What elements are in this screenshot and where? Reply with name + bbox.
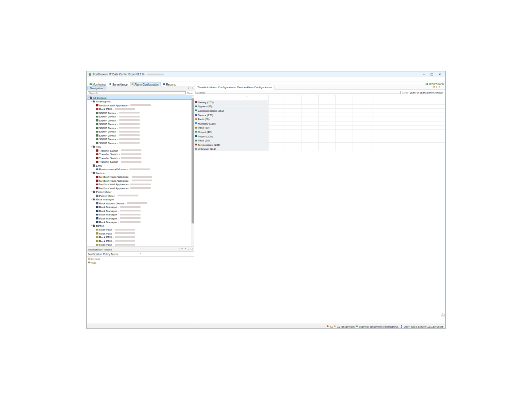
alarm-clear-button[interactable]: Clear <box>402 91 408 94</box>
alarm-category-row[interactable]: Temperature (265) <box>194 143 445 147</box>
device-tree-row[interactable]: − Power Meter <box>87 190 194 194</box>
device-label: Rack PDU - <box>99 239 114 243</box>
view-menu-icon[interactable]: ▾ <box>436 86 437 88</box>
device-label: Rack Access Device - <box>99 202 126 205</box>
maximize-view-icon[interactable]: ▢ <box>191 247 193 250</box>
device-tree-row[interactable]: − NetBotz Wall Appliance - <box>87 186 194 190</box>
alarm-category-row[interactable]: Unknown (112) <box>194 147 445 152</box>
device-tree-row[interactable]: − NetBotz Rack Appliance - <box>87 179 194 183</box>
device-tree-row[interactable]: − Rack manager <box>87 198 194 202</box>
filter-active-icon[interactable] <box>433 86 435 88</box>
device-tree-row[interactable]: − RPDU <box>87 224 194 228</box>
notification-policy-row[interactable]: Default <box>87 257 194 261</box>
tab-navigation[interactable]: Navigation <box>87 86 106 90</box>
delete-policy-icon[interactable]: ✕ <box>184 247 187 250</box>
redacted-ip-address <box>119 131 140 133</box>
device-tree-row[interactable]: − Rack PDU - <box>87 235 194 239</box>
column-header[interactable] <box>319 95 336 100</box>
device-tree-row[interactable]: − Transfer Switch - <box>87 153 194 156</box>
device-tree-row[interactable]: − Rack Manager - <box>87 220 194 224</box>
alarm-category-label: Power (300) <box>198 135 213 138</box>
device-tree-row[interactable]: − Rack PDU - <box>87 228 194 232</box>
title-bar[interactable]: EcoStruxure IT Data Center Expert 8.2.0 … <box>87 71 445 77</box>
column-header[interactable] <box>269 95 285 100</box>
device-tree-row[interactable]: − Transfer Switch - <box>87 149 194 153</box>
more-options-icon[interactable]: ⋯ <box>442 86 445 88</box>
column-header[interactable] <box>194 95 269 100</box>
tab-threshold-alarm-configurations[interactable]: Threshold Alarm Configurations: Device A… <box>195 85 274 90</box>
device-tree-row[interactable]: − Rack PDU - <box>87 231 194 235</box>
filter-icon[interactable]: ▼ <box>438 86 441 88</box>
minimize-view-icon[interactable]: ▁ <box>188 247 189 250</box>
notification-policy-row[interactable]: Test <box>87 261 194 265</box>
device-tree-row[interactable]: − ATS <box>87 145 194 149</box>
device-tree-row[interactable]: − Unassigned <box>87 100 194 104</box>
device-tree-row[interactable]: − NetBotz Wall Appliance - <box>87 103 194 107</box>
redacted-ip-address <box>120 214 141 215</box>
alarm-search-input[interactable] <box>195 91 401 94</box>
device-tree-row[interactable]: − Rack Manager - <box>87 216 194 220</box>
minimize-button[interactable]: – <box>420 72 427 77</box>
device-type-icon <box>96 180 98 182</box>
add-policy-icon[interactable]: + <box>179 247 180 250</box>
column-header[interactable] <box>285 95 302 100</box>
device-type-icon <box>96 134 98 137</box>
device-tree-row[interactable]: − SNMP Device - <box>87 126 194 130</box>
detach-view-icon[interactable]: ▸ <box>188 86 190 89</box>
device-tree-row[interactable]: − Rack Manager - <box>87 213 194 217</box>
device-tree-row[interactable]: − SNMP Device - <box>87 111 194 115</box>
device-search-clear-button[interactable]: Clear <box>187 92 193 94</box>
alarm-category-icon <box>195 106 197 107</box>
alarm-category-row[interactable]: Power (300) <box>194 134 445 139</box>
column-header[interactable] <box>352 95 372 100</box>
device-tree-row[interactable]: − SNMP Device - <box>87 137 194 141</box>
column-header[interactable] <box>336 95 352 100</box>
tree-scrollbar-thumb[interactable] <box>192 98 194 223</box>
policy-name-column-header[interactable]: Notification Policy Name ▾ <box>87 252 194 257</box>
device-tree-row[interactable]: − SNMP Device - <box>87 133 194 137</box>
device-tree-row[interactable]: − SNMP Device - <box>87 122 194 126</box>
device-tree-row[interactable]: − Rack Access Device - <box>87 201 194 205</box>
device-tree-row[interactable]: − Rack Manager - <box>87 209 194 213</box>
alarm-category-row[interactable]: Bypass (39) <box>194 105 445 109</box>
perspective-label: Reports <box>166 83 176 86</box>
device-tree-row[interactable]: − Rack PDU - <box>87 107 194 111</box>
alarm-category-row[interactable]: Fault (69) <box>194 117 445 121</box>
column-header[interactable] <box>372 95 445 100</box>
device-tree-row[interactable]: − NetBotz Wall Appliance - <box>87 183 194 187</box>
device-tree-row[interactable]: − EMU <box>87 164 194 168</box>
device-tree-row[interactable]: − All Devices <box>87 96 194 100</box>
device-tree-row[interactable]: − Rack Manager - <box>87 205 194 209</box>
alarm-category-row[interactable]: Battery (103) <box>194 100 445 105</box>
alarm-category-label: Unknown (112) <box>198 147 216 150</box>
device-type-icon <box>96 153 98 156</box>
device-label: NetBotz Wall Appliance - <box>99 183 129 186</box>
alarm-category-row[interactable]: Rack (10) <box>194 138 445 143</box>
device-tree-row[interactable]: − NetBotz Rack Appliance - <box>87 175 194 179</box>
alarm-category-row[interactable]: Input (60) <box>194 126 445 130</box>
app-icon <box>89 73 91 76</box>
alarm-category-row[interactable]: Communication (260) <box>194 109 445 113</box>
device-tree-row[interactable]: − SNMP Device - <box>87 141 194 145</box>
device-tree-row[interactable]: − Rack PDU - <box>87 243 194 247</box>
device-tree-row[interactable]: − Power Meter - <box>87 194 194 198</box>
close-button[interactable]: ✕ <box>436 72 443 77</box>
alarm-category-row[interactable]: Device (176) <box>194 113 445 117</box>
device-tree-row[interactable]: − SNMP Device - <box>87 118 194 122</box>
device-search-input[interactable] <box>88 91 186 94</box>
device-tree-row[interactable]: − Transfer Switch - <box>87 156 194 160</box>
edit-policy-icon[interactable]: ✎ <box>181 247 184 250</box>
tree-scrollbar[interactable] <box>192 96 194 246</box>
device-tree-row[interactable]: − Netbotz <box>87 171 194 175</box>
alarm-category-row[interactable]: Output (42) <box>194 130 445 134</box>
device-tree-row[interactable]: − Environmental Monitor - <box>87 168 194 172</box>
device-tree-row[interactable]: − Transfer Switch - <box>87 160 194 164</box>
redacted-ip-address <box>117 195 138 196</box>
device-tree-row[interactable]: − Rack PDU - <box>87 239 194 243</box>
maximize-button[interactable]: ▢ <box>428 72 435 77</box>
device-tree-row[interactable]: − SNMP Device - <box>87 115 194 119</box>
maximize-view-icon[interactable]: ▢ <box>191 86 193 89</box>
column-header[interactable] <box>302 95 319 100</box>
device-tree-row[interactable]: − SNMP Device - <box>87 130 194 134</box>
alarm-category-row[interactable]: Humidity (150) <box>194 121 445 126</box>
